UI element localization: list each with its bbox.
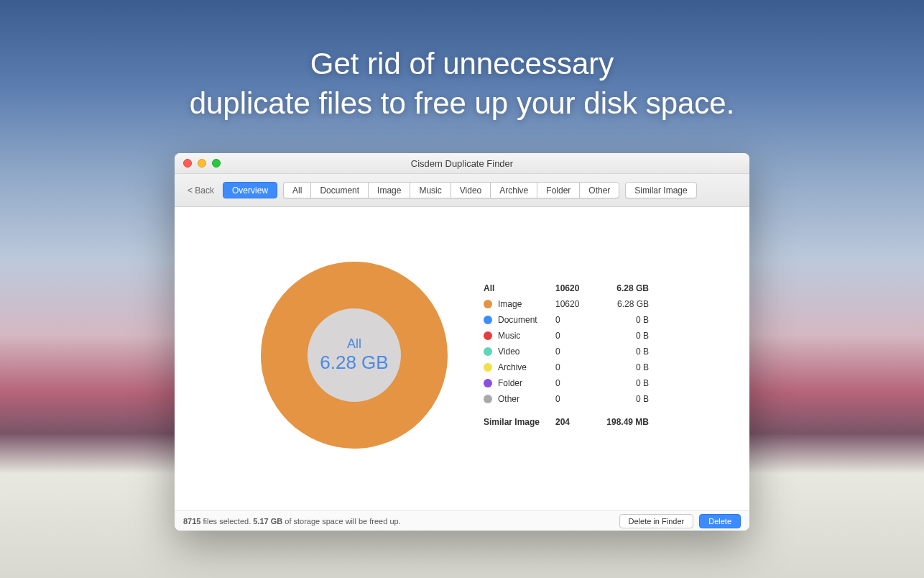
- stats-row-count: 10620: [555, 299, 593, 309]
- donut-chart: All 6.28 GB: [261, 262, 448, 449]
- stats-similar-size: 198.49 MB: [593, 417, 649, 427]
- donut-label: All: [347, 336, 361, 352]
- color-swatch-icon: [484, 347, 492, 356]
- stats-row-count: 0: [555, 331, 593, 341]
- footer-selected-count: 8715: [183, 517, 200, 526]
- tab-image[interactable]: Image: [368, 182, 410, 198]
- color-swatch-icon: [484, 379, 492, 387]
- stats-row-name: Document: [498, 315, 555, 325]
- minimize-icon[interactable]: [198, 159, 206, 168]
- donut-center: All 6.28 GB: [308, 308, 401, 402]
- stats-similar-count: 204: [555, 417, 593, 427]
- titlebar: Cisdem Duplicate Finder: [175, 153, 749, 174]
- stats-all-count: 10620: [555, 283, 593, 293]
- stats-similar-row: Similar Image 204 198.49 MB: [484, 414, 649, 430]
- stats-row-size: 0 B: [593, 315, 649, 325]
- app-window: Cisdem Duplicate Finder < Back Overview …: [175, 153, 749, 531]
- stats-all-name: All: [484, 283, 555, 293]
- color-swatch-icon: [484, 363, 492, 372]
- stats-row-count: 0: [555, 347, 593, 357]
- stats-row: Music00 B: [484, 328, 649, 344]
- stats-row-size: 6.28 GB: [593, 299, 649, 309]
- tab-folder[interactable]: Folder: [537, 182, 579, 198]
- tab-music[interactable]: Music: [410, 182, 450, 198]
- stats-row: Other00 B: [484, 391, 649, 407]
- traffic-lights: [183, 159, 221, 168]
- color-swatch-icon: [484, 395, 492, 403]
- stats-row-count: 0: [555, 315, 593, 325]
- stats-row-name: Other: [498, 394, 555, 404]
- donut-value: 6.28 GB: [320, 352, 388, 374]
- stats-row: Image106206.28 GB: [484, 296, 649, 312]
- stats-row-count: 0: [555, 378, 593, 388]
- stats-row-size: 0 B: [593, 378, 649, 388]
- stats-row-count: 0: [555, 394, 593, 404]
- tab-similar-image[interactable]: Similar Image: [625, 182, 696, 198]
- tab-all[interactable]: All: [283, 182, 310, 198]
- color-swatch-icon: [484, 300, 492, 308]
- stats-row: Document00 B: [484, 312, 649, 328]
- tab-other[interactable]: Other: [579, 182, 619, 198]
- stats-row-name: Archive: [498, 362, 555, 372]
- headline-line1: Get rid of unnecessary: [310, 47, 614, 81]
- stats-row: Video00 B: [484, 344, 649, 359]
- promo-headline: Get rid of unnecessary duplicate files t…: [0, 45, 924, 123]
- stats-all-size: 6.28 GB: [593, 283, 649, 293]
- color-swatch-icon: [484, 331, 492, 340]
- stats-row-count: 0: [555, 362, 593, 372]
- stats-row-name: Video: [498, 347, 555, 357]
- tab-video[interactable]: Video: [451, 182, 490, 198]
- stats-row: Archive00 B: [484, 359, 649, 375]
- stats-all-row: All 10620 6.28 GB: [484, 280, 649, 296]
- back-button[interactable]: < Back: [185, 185, 217, 196]
- tab-archive[interactable]: Archive: [490, 182, 537, 198]
- stats-row-name: Folder: [498, 378, 555, 388]
- delete-button[interactable]: Delete: [699, 514, 741, 528]
- stats-row-name: Music: [498, 331, 555, 341]
- stats-row-size: 0 B: [593, 394, 649, 404]
- close-icon[interactable]: [183, 159, 192, 168]
- stats-row-size: 0 B: [593, 331, 649, 341]
- tab-overview[interactable]: Overview: [223, 182, 277, 198]
- stats-row: Folder00 B: [484, 375, 649, 391]
- content-area: All 6.28 GB All 10620 6.28 GB Image10620…: [175, 207, 749, 510]
- stats-table: All 10620 6.28 GB Image106206.28 GBDocum…: [484, 280, 649, 430]
- color-swatch-icon: [484, 316, 492, 324]
- stats-row-size: 0 B: [593, 347, 649, 357]
- stats-row-name: Image: [498, 299, 555, 309]
- headline-line2: duplicate files to free up your disk spa…: [190, 86, 735, 120]
- stats-similar-name: Similar Image: [484, 417, 555, 427]
- footer: 8715 files selected. 5.17 GB of storage …: [175, 510, 749, 531]
- tab-document[interactable]: Document: [310, 182, 368, 198]
- footer-status: 8715 files selected. 5.17 GB of storage …: [183, 517, 401, 526]
- toolbar: < Back Overview All Document Image Music…: [175, 174, 749, 207]
- category-tab-group: All Document Image Music Video Archive F…: [283, 182, 619, 198]
- zoom-icon[interactable]: [212, 159, 221, 168]
- stats-row-size: 0 B: [593, 362, 649, 372]
- window-title: Cisdem Duplicate Finder: [175, 158, 749, 169]
- delete-in-finder-button[interactable]: Delete in Finder: [619, 514, 694, 528]
- footer-freed-size: 5.17 GB: [253, 517, 282, 526]
